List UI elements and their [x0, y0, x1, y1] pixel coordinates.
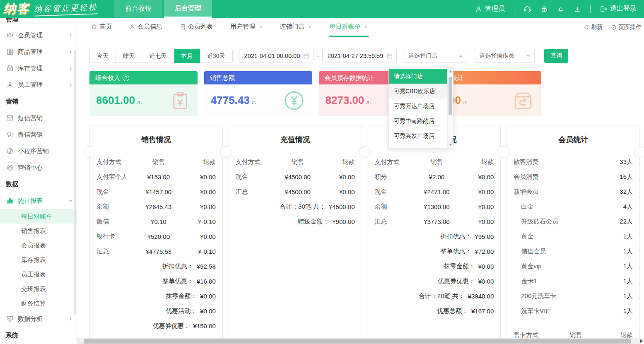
store-option[interactable]: 可秀CBD娱乐店 [389, 84, 447, 99]
sidebar-section-data: 数据 [0, 176, 77, 192]
store-option[interactable]: 可秀中南路的店 [389, 113, 447, 128]
logout-button[interactable]: 退出登录 [600, 5, 637, 13]
list-item: 散客消费 33人 [514, 154, 633, 169]
sidebar-item-marketing-center[interactable]: 营销中心 [0, 159, 77, 176]
summary-row: 优惠总额： ¥167.00 [375, 303, 494, 318]
sidebar-item-inventory-management[interactable]: 库存管理 › [0, 60, 77, 77]
range-last30days-button[interactable]: 近30天 [200, 49, 233, 63]
nav-backend-admin[interactable]: 后台管理 [164, 0, 212, 18]
logout-icon [600, 5, 608, 13]
download-icon[interactable] [574, 5, 581, 13]
sidebar-item-sms-marketing[interactable]: 短信营销 [0, 110, 77, 126]
sales-rows: 支付宝个人 ¥153.00 ¥0.00 现金 ¥1457.00 ¥0.00 余额… [96, 169, 216, 259]
range-today-button[interactable]: 今天 [89, 49, 116, 63]
target-icon [6, 164, 14, 171]
close-icon[interactable]: × [309, 23, 312, 30]
list-item: 200元洗车卡 1人 [514, 289, 633, 303]
sidebar-item-miniprogram-marketing[interactable]: 小程序营销 [0, 143, 77, 159]
goods-icon [6, 48, 14, 55]
store-select[interactable]: 请选择门店 [403, 49, 467, 63]
start-date-input[interactable]: 2021-04-01 00:00:00 [239, 49, 314, 63]
current-user[interactable]: 管理员 [475, 5, 505, 13]
scroll-right-icon[interactable] [640, 339, 643, 343]
scrollbar-thumb[interactable] [449, 77, 452, 115]
support-headset-icon[interactable] [523, 5, 531, 13]
sidebar-item-staff-management[interactable]: 员工管理 › [0, 77, 77, 93]
sidebar-item-member-management[interactable]: 会员管理 › [0, 27, 77, 43]
horizontal-scrollbar[interactable] [77, 338, 644, 344]
list-item: 升级砖石会员 22人 [514, 214, 633, 229]
sidebar-subitem-daily-statement[interactable]: 每日对账单 [0, 209, 77, 224]
summary-row: 抹零金额： ¥0.00 [96, 289, 216, 303]
page-tabbar: 首页 会员信息 会员列表 用户管理 × 连锁门店 × 每日对账单 × 刷新 [77, 18, 644, 37]
clipboard-yen-icon [169, 90, 191, 111]
nav-front-cashier[interactable]: 前台收银 [114, 0, 162, 18]
scroll-down-icon[interactable] [449, 144, 452, 146]
tab-home[interactable]: 首页 [90, 18, 113, 37]
scrollbar-thumb[interactable] [84, 339, 631, 344]
tab-user-management[interactable]: 用户管理 × [229, 18, 263, 37]
close-icon[interactable]: × [364, 23, 368, 30]
tab-member-list[interactable]: 会员列表 [179, 18, 214, 37]
sidebar-section-management: 管理 [0, 18, 77, 27]
dropdown-scrollbar[interactable] [447, 68, 453, 148]
tab-member-info[interactable]: 会员信息 [128, 18, 163, 37]
sidebar-item-wechat-marketing[interactable]: 微信营销 [0, 126, 77, 143]
sidebar-item-goods-management[interactable]: 商品管理 › [0, 43, 77, 60]
close-icon[interactable]: × [259, 23, 263, 30]
caret-down-icon [526, 55, 530, 57]
page-ops-button[interactable]: 页面操作 [611, 24, 642, 31]
refresh-button[interactable]: 刷新 [584, 24, 603, 31]
panel-title: 销售情况 [96, 135, 216, 145]
sidebar-subitem-staff-report[interactable]: 员工报表 [0, 267, 77, 281]
table-row: 现金 ¥4500.00 ¥0.00 [236, 169, 355, 184]
list-item: 储值会员 1人 [514, 244, 633, 259]
range-yesterday-button[interactable]: 昨天 [116, 49, 142, 63]
wechat-icon [6, 131, 14, 138]
home-icon [91, 24, 97, 30]
list-item: 洗车卡VIP 1人 [514, 303, 633, 318]
list-item: 新增会员 32人 [514, 184, 633, 199]
store-option-selected[interactable]: 请选择门店 [389, 69, 447, 84]
query-button[interactable]: 查询 [544, 49, 568, 63]
table-row: 积分 ¥2.00 ¥0.00 [375, 169, 494, 184]
table-row: 支付宝个人 ¥153.00 ¥0.00 [96, 169, 216, 184]
range-last7days-button[interactable]: 近七天 [142, 49, 174, 63]
lock-icon[interactable] [540, 5, 548, 13]
sidebar-subitem-sales-report[interactable]: 销售报表 [0, 224, 77, 238]
panel-notch [84, 146, 95, 158]
table-row: 余额 ¥1300.00 ¥0.00 [375, 199, 494, 214]
end-date-input[interactable]: 2021-04-27 23:59:59 [322, 49, 397, 63]
store-option[interactable]: 可秀兴发广场店 [389, 128, 447, 143]
panel-title: 会员统计 [514, 135, 633, 145]
count-consume-summary: 折扣优惠： ¥95.00 整单优惠： ¥72.00 抹零金额： ¥0.00 优惠… [375, 229, 494, 318]
app-logo: 纳客 [0, 0, 34, 17]
chevron-right-icon: › [70, 48, 72, 55]
card-value: 8273.00 [326, 94, 364, 106]
sidebar-subitem-member-report[interactable]: 会员报表 [0, 238, 77, 253]
bell-icon[interactable] [557, 5, 564, 13]
sidebar-subitem-finance-settlement[interactable]: 财务结算 [0, 296, 77, 310]
tab-daily-statement[interactable]: 每日对账单 × [329, 18, 369, 37]
user-icon [129, 24, 135, 30]
help-icon[interactable]: ? [123, 75, 129, 81]
sidebar-subitem-shift-report[interactable]: 交班报表 [0, 281, 77, 296]
tab-chain-stores[interactable]: 连锁门店 × [279, 18, 313, 37]
summary-row: 抹零金额： ¥0.00 [375, 259, 494, 274]
sidebar-subitem-inventory-report[interactable]: 库存报表 [0, 253, 77, 267]
scroll-up-icon[interactable] [449, 70, 452, 72]
sidebar-scrollbar[interactable] [74, 50, 76, 315]
sidebar-item-data-analysis[interactable]: 数据分析 › [0, 310, 77, 327]
store-option[interactable]: 可秀万达广场店 [389, 99, 447, 113]
stat-cards: 综合收入 ? 8601.00元 销售总额 4775.43元 会员预存数据统计 8… [89, 71, 541, 116]
panel-notch [359, 146, 371, 158]
operator-select[interactable]: 请选择操作员 [474, 49, 535, 63]
range-thismonth-button[interactable]: 本月 [174, 49, 200, 63]
table-row: 现金 ¥2471.00 ¥0.00 [375, 184, 494, 199]
summary-row: 合计：20笔 共： ¥3940.00 [375, 289, 494, 303]
store-option[interactable]: 可秀步行街店 [389, 143, 447, 149]
panel-title: 充值情况 [236, 135, 355, 145]
date-range-separator: - [317, 52, 319, 60]
list-item: 会员消费 16人 [514, 169, 633, 184]
sidebar-item-statistic-reports[interactable]: 统计报表 › [0, 192, 77, 209]
